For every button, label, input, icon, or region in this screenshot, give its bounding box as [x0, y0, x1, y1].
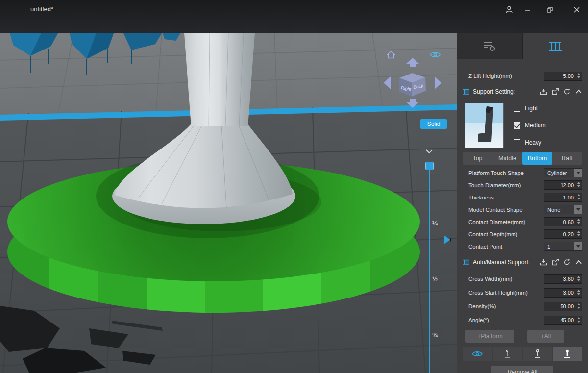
panel-body: Z Lift Height(mm) Support Setting:: [457, 59, 588, 373]
restore-icon: [546, 6, 553, 13]
spinner[interactable]: [577, 219, 580, 224]
spinner[interactable]: [577, 231, 580, 236]
add-heavy-support-button[interactable]: [553, 347, 583, 361]
contact-diameter-input[interactable]: [544, 217, 582, 226]
title-bar: untitled*: [0, 0, 588, 33]
support-section-tabs: Top Middle Bottom Raft: [463, 152, 582, 165]
support-preview-block: Light Medium Heavy: [463, 103, 582, 148]
chevron-down-icon[interactable]: [425, 149, 433, 154]
support-preview-image: [465, 103, 504, 148]
platform-touch-shape-select[interactable]: Cylinder: [544, 168, 582, 177]
auto-manual-support-header: Auto/Manual Support:: [463, 256, 582, 268]
reset-icon: [564, 259, 571, 266]
user-icon: [505, 5, 514, 14]
support-medium-icon: [533, 349, 542, 359]
z-lift-label: Z Lift Height(mm): [468, 73, 512, 79]
close-icon: [573, 6, 580, 13]
z-lift-height-value[interactable]: [544, 72, 582, 80]
spinner[interactable]: [577, 182, 580, 187]
support-panel: Z Lift Height(mm) Support Setting:: [457, 33, 588, 373]
import-support-button[interactable]: [540, 259, 547, 266]
remove-all-row: Remove All: [463, 366, 582, 373]
spinner[interactable]: [577, 317, 580, 323]
export-profile-button[interactable]: [552, 88, 559, 95]
angle-input[interactable]: [544, 316, 582, 325]
panel-tab-bar: [457, 33, 588, 59]
rotate-right-arrow[interactable]: [435, 76, 441, 89]
contact-depth-input[interactable]: [544, 229, 582, 239]
collapse-auto-manual-button[interactable]: [575, 260, 582, 265]
tab-raft[interactable]: Raft: [552, 152, 582, 165]
add-medium-support-button[interactable]: [523, 347, 552, 361]
checkbox-light[interactable]: Light: [514, 105, 546, 112]
restore-button[interactable]: [542, 4, 557, 16]
reset-icon: [564, 88, 571, 95]
remove-all-button[interactable]: Remove All: [491, 366, 553, 373]
settings-gear-icon: [482, 40, 497, 52]
render-mode-solid-button[interactable]: Solid: [420, 119, 447, 129]
export-icon: [552, 88, 559, 95]
close-button[interactable]: [569, 4, 584, 16]
checkbox-medium[interactable]: Medium: [514, 122, 546, 129]
dropdown-arrow-icon[interactable]: [574, 169, 582, 177]
view-cube-widget: Right Back: [380, 46, 446, 111]
toggle-support-visibility-button[interactable]: [463, 347, 492, 361]
z-lift-height-input[interactable]: [544, 72, 582, 81]
checkbox-heavy[interactable]: Heavy: [514, 139, 546, 146]
dropdown-arrow-icon[interactable]: [574, 205, 582, 214]
support-pillars-icon: [463, 88, 470, 95]
reset-settings-button[interactable]: [564, 88, 571, 95]
spinner[interactable]: [577, 194, 580, 199]
tab-top[interactable]: Top: [463, 152, 492, 165]
support-light-icon: [502, 349, 512, 359]
add-light-support-button[interactable]: [493, 347, 522, 361]
tab-support[interactable]: [523, 33, 588, 59]
spinner[interactable]: [577, 290, 580, 295]
import-icon: [540, 259, 547, 266]
rotate-left-arrow[interactable]: [384, 76, 391, 89]
tab-settings[interactable]: [457, 33, 523, 59]
cross-start-height-input[interactable]: [544, 288, 582, 298]
add-all-support-button[interactable]: +All: [527, 330, 564, 343]
layer-slider-track[interactable]: [429, 162, 430, 373]
slider-mark-half: ½: [432, 275, 438, 283]
model-contact-shape-select[interactable]: None: [544, 205, 582, 214]
import-icon: [540, 88, 547, 95]
heavy-checkbox[interactable]: [514, 139, 520, 146]
support-heavy-icon: [563, 349, 572, 359]
medium-checkbox[interactable]: [514, 122, 520, 129]
reset-support-button[interactable]: [564, 259, 571, 266]
tab-bottom[interactable]: Bottom: [522, 152, 552, 165]
eye-icon: [472, 350, 483, 357]
add-platform-support-button[interactable]: +Platform: [466, 330, 514, 343]
chevron-up-icon: [575, 260, 582, 265]
user-account-button[interactable]: [502, 4, 516, 16]
cross-width-input[interactable]: [544, 274, 582, 284]
spinner[interactable]: [577, 73, 580, 78]
viewport: Right Back Solid ¼ ½ ¾: [0, 33, 457, 373]
panel-collapse-arrow[interactable]: [444, 235, 451, 244]
spinner[interactable]: [577, 276, 580, 281]
minimize-button[interactable]: [520, 4, 535, 16]
import-profile-button[interactable]: [540, 88, 547, 95]
tab-middle[interactable]: Middle: [492, 152, 522, 165]
thickness-input[interactable]: [544, 193, 582, 202]
layer-slider: [422, 149, 436, 373]
view-cube[interactable]: Right Back: [380, 57, 446, 111]
auto-params: Cross Width(mm) Cross Start Height(mm) D…: [463, 272, 582, 327]
collapse-support-setting-button[interactable]: [575, 89, 582, 94]
export-support-button[interactable]: [552, 259, 559, 266]
dropdown-arrow-icon[interactable]: [574, 242, 582, 250]
spinner[interactable]: [577, 303, 580, 309]
light-checkbox[interactable]: [514, 105, 520, 112]
rotate-down-arrow[interactable]: [406, 99, 419, 108]
auto-manual-support-title: Auto/Manual Support:: [473, 259, 530, 266]
density-input[interactable]: [544, 302, 582, 311]
contact-point-select[interactable]: 1: [544, 242, 582, 251]
density-options: Light Medium Heavy: [514, 103, 546, 148]
support-pillars-icon: [547, 40, 563, 52]
layer-slider-handle[interactable]: [425, 162, 434, 170]
bottom-params: Platform Touch Shape Cylinder Touch Diam…: [463, 167, 582, 252]
touch-diameter-input[interactable]: [544, 180, 582, 190]
rotate-up-arrow[interactable]: [406, 58, 419, 67]
